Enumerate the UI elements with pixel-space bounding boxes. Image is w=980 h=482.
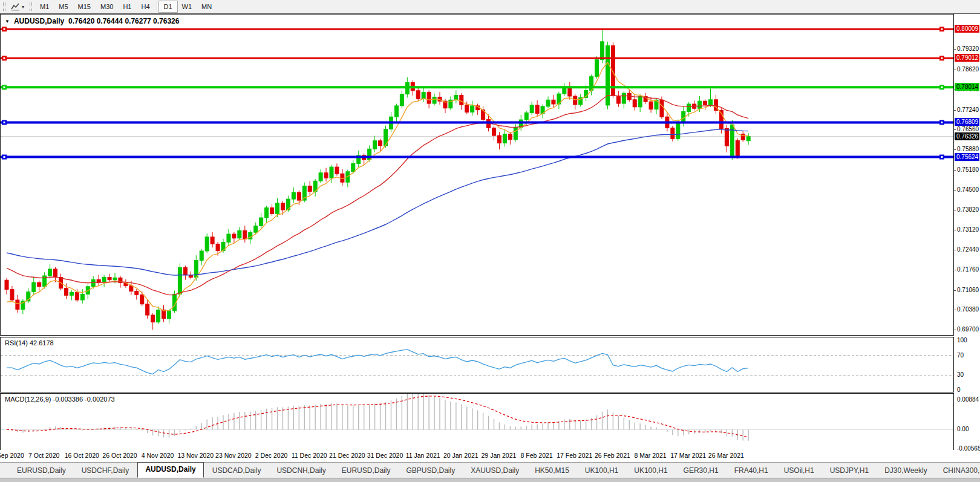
candle-up — [292, 192, 295, 199]
macd-signal-line — [7, 396, 748, 437]
symbol-tab-hk50[interactable]: HK50,M15 — [528, 464, 577, 478]
macd-indicator-pane[interactable]: MACD(12,26,9) -0.003386 -0.002073 — [0, 393, 954, 451]
rsi-label: RSI(14) 42.6178 — [5, 339, 54, 347]
date-label: 26 Mar 2021 — [708, 452, 744, 459]
price-tick-label: 0.75880 — [957, 146, 979, 153]
candle-up — [601, 42, 604, 60]
candle-down — [5, 280, 8, 289]
date-label: 4 Nov 2020 — [142, 452, 174, 459]
price-tick-label: 0.71760 — [957, 266, 979, 273]
symbol-tab-uk100[interactable]: UK100,H1 — [578, 464, 626, 478]
timeframe-button-h4[interactable]: H4 — [136, 1, 154, 12]
timeframe-button-m1[interactable]: M1 — [35, 1, 54, 12]
symbol-tab-usoil[interactable]: USOil,H1 — [777, 464, 822, 478]
axis-tick-mark — [954, 129, 956, 130]
macd-tick-label: 0.00884 — [957, 396, 979, 403]
candle-down — [129, 285, 133, 291]
symbol-tab-usdcad[interactable]: USDCAD,Daily — [205, 464, 269, 478]
candle-up — [546, 100, 550, 106]
candle-down — [633, 100, 636, 107]
candle-down — [10, 290, 14, 300]
macd-label: MACD(12,26,9) -0.003386 -0.002073 — [5, 396, 115, 403]
ma-medium-line — [7, 96, 748, 295]
line-endpoint-dot — [941, 28, 943, 30]
timeframe-button-d1[interactable]: D1 — [159, 1, 177, 12]
candle-down — [535, 105, 539, 113]
candle-up — [168, 311, 171, 319]
toolbar-separator — [157, 2, 157, 11]
symbol-tab-eurusd[interactable]: EURUSD,Daily — [10, 464, 73, 478]
candle-up — [530, 105, 534, 113]
toolbar-grip[interactable] — [30, 2, 32, 11]
rsi-tick-label: 30 — [957, 371, 964, 379]
symbol-tab-xauusd[interactable]: XAUUSD,Daily — [463, 464, 526, 478]
timeframe-button-m15[interactable]: M15 — [73, 1, 96, 12]
chart-type-button[interactable]: ▾ — [8, 1, 27, 12]
symbol-tab-bar: EURUSD,DailyUSDCHF,DailyAUDUSD,DailyUSDC… — [0, 462, 980, 478]
time-axis[interactable]: 28 Sep 20207 Oct 202016 Oct 202026 Oct 2… — [0, 450, 954, 462]
candle-down — [725, 129, 728, 146]
date-label: 11 Dec 2020 — [292, 452, 327, 459]
symbol-tab-uk100[interactable]: UK100,H1 — [627, 464, 675, 478]
axis-tick-mark — [954, 210, 956, 210]
symbol-tab-usdchf[interactable]: USDCHF,Daily — [74, 464, 137, 478]
rsi-indicator-pane[interactable]: RSI(14) 42.6178 — [0, 337, 954, 392]
price-level-badge: 0.75624 — [955, 153, 979, 161]
line-endpoint-dot — [4, 86, 5, 88]
ohlc-values: 0.76420 0.76444 0.76277 0.76326 — [68, 17, 180, 25]
symbol-tab-audusd[interactable]: AUDUSD,Daily — [137, 462, 203, 478]
line-endpoint-dot — [941, 156, 943, 158]
macd-chart[interactable] — [1, 394, 953, 450]
candle-up — [746, 137, 750, 141]
timeframe-buttons: M1M5M15M30H1H4D1W1MN — [35, 1, 217, 12]
axis-tick-mark — [954, 190, 956, 191]
candle-down — [573, 96, 577, 105]
line-endpoint-dot — [941, 122, 943, 123]
timeframe-button-m30[interactable]: M30 — [96, 1, 118, 12]
line-endpoint-dot — [4, 122, 5, 123]
candle-down — [297, 192, 301, 200]
symbol-tab-eurusd[interactable]: EURUSD,Daily — [335, 464, 398, 478]
price-axis[interactable]: 0.793200.786200.779400.772400.765600.758… — [955, 14, 980, 451]
timeframe-button-h1[interactable]: H1 — [118, 1, 136, 12]
candle-down — [308, 186, 312, 191]
rsi-tick-label: 100 — [957, 337, 967, 344]
rsi-chart[interactable] — [1, 337, 953, 392]
timeframe-button-mn[interactable]: MN — [197, 1, 217, 12]
candle-down — [552, 100, 555, 104]
axis-tick-mark — [954, 330, 956, 330]
candle-down — [649, 102, 653, 109]
candle-down — [151, 315, 155, 322]
timeframe-button-w1[interactable]: W1 — [177, 1, 197, 12]
line-endpoint-dot — [4, 156, 5, 158]
candle-down — [324, 173, 328, 178]
candle-up — [595, 60, 599, 77]
toolbar-grip[interactable] — [3, 2, 5, 11]
axis-tick-mark — [954, 149, 956, 150]
candlestick-chart[interactable] — [1, 15, 953, 335]
symbol-tab-gbpusd[interactable]: GBPUSD,Daily — [399, 464, 462, 478]
candle-down — [211, 237, 214, 244]
date-label: 7 Oct 2020 — [28, 452, 59, 459]
price-tick-label: 0.79320 — [957, 45, 979, 53]
symbol-tab-usdcnh[interactable]: USDCNH,Daily — [269, 464, 333, 478]
symbol-tab-china300[interactable]: CHINA300,H1 — [936, 464, 980, 478]
price-level-badge: 0.80009 — [955, 25, 979, 33]
symbol-tab-fra40[interactable]: FRA40,H1 — [727, 464, 776, 478]
symbol-dropdown-icon[interactable]: ▼ — [5, 19, 10, 24]
candle-up — [622, 93, 626, 103]
axis-tick-mark — [954, 290, 956, 291]
candle-up — [48, 269, 52, 276]
price-level-badge: 0.76326 — [955, 132, 979, 140]
symbol-tab-usdjpy[interactable]: USDJPY,H1 — [823, 464, 876, 478]
price-chart-pane[interactable]: ▼ AUDUSD,Daily 0.76420 0.76444 0.76277 0… — [0, 14, 954, 336]
timeframe-button-m5[interactable]: M5 — [54, 1, 73, 12]
candle-down — [281, 203, 284, 210]
candle-down — [492, 128, 496, 136]
candle-down — [616, 96, 620, 104]
symbol-tab-dj30[interactable]: DJ30,Weekly — [877, 464, 934, 478]
symbol-tab-ger30[interactable]: GER30,H1 — [676, 464, 726, 478]
rsi-tick-label: 0 — [957, 386, 961, 394]
date-label: 21 Dec 2020 — [329, 452, 365, 459]
candle-up — [400, 94, 403, 106]
